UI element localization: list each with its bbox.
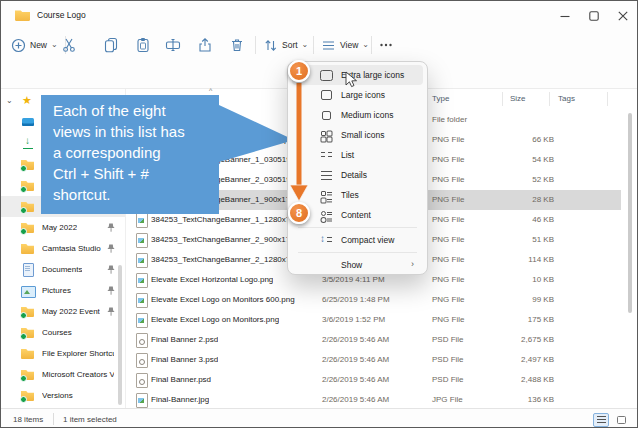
sidebar-item[interactable]: ⌄ Documents	[1, 259, 125, 280]
paste-button[interactable]	[135, 31, 151, 59]
menu-item[interactable]: Large icons ›	[292, 85, 423, 105]
file-type-icon	[135, 393, 148, 407]
file-size: 54 KB	[459, 155, 554, 164]
thumbnail-view-toggle[interactable]	[613, 413, 629, 427]
copy-button[interactable]	[103, 31, 119, 59]
menu-item-icon	[319, 233, 333, 247]
sidebar-item[interactable]: ⌄ File Explorer Shortcu	[1, 343, 125, 364]
file-date-modified: 2/26/2019 5:46 AM	[322, 335, 389, 344]
sidebar-item-icon	[21, 325, 36, 340]
menu-item-label: Large icons	[341, 90, 385, 100]
rename-button[interactable]	[165, 31, 181, 59]
file-size: 66 KB	[459, 135, 554, 144]
sidebar-item-icon	[21, 262, 36, 277]
table-row[interactable]: Final Banner.psd 2/26/2019 5:46 AM PSD F…	[129, 370, 621, 390]
file-explorer-window: Course Logo New ⌄	[0, 0, 638, 428]
item-count: 18 items	[13, 415, 43, 424]
sort-button[interactable]: Sort ⌄	[263, 31, 308, 59]
sidebar-item[interactable]: ⌄ Courses	[1, 322, 125, 343]
file-type-icon	[135, 333, 148, 347]
table-row[interactable]: Elevate Excel Logo on Monitors 600.png 6…	[129, 290, 621, 310]
table-row[interactable]: Final-Banner.jpg 2/26/2019 5:46 AM JPG F…	[129, 390, 621, 410]
paste-icon	[135, 37, 151, 53]
submenu-arrow-icon: ›	[411, 259, 414, 269]
file-size: 136 KB	[459, 395, 554, 404]
menu-item[interactable]: Extra large icons ›	[292, 65, 423, 85]
menu-item-icon	[319, 148, 333, 162]
file-date-modified: 2/26/2019 5:46 AM	[322, 375, 389, 384]
sidebar-item-icon	[21, 367, 36, 382]
sidebar-item-icon	[21, 178, 36, 193]
chevron-down-icon: ⌄	[51, 41, 58, 49]
status-bar: 18 items 1 item selected	[1, 408, 637, 428]
pin-icon	[107, 307, 115, 316]
menu-item-icon	[319, 68, 333, 82]
menu-item-label: Details	[341, 170, 367, 180]
file-type-icon	[135, 233, 148, 247]
file-size: 28 KB	[459, 195, 554, 204]
file-name: Elevate Excel Logo on Monitors 600.png	[151, 295, 295, 304]
sidebar-scrollbar[interactable]	[118, 265, 122, 405]
view-label: View	[340, 40, 358, 50]
menu-item-label: Tiles	[341, 190, 359, 200]
sidebar-item[interactable]: ⌄ Versions	[1, 385, 125, 406]
details-view-toggle[interactable]	[593, 413, 609, 427]
toolbar-divider	[371, 36, 372, 54]
menu-item[interactable]: Medium icons ›	[292, 105, 423, 125]
menu-item[interactable]: Tiles ›	[292, 185, 423, 205]
table-row[interactable]: Final Banner 2.psd 2/26/2019 5:46 AM PSD…	[129, 330, 621, 350]
column-resize-handle[interactable]	[502, 92, 503, 106]
more-options-button[interactable]	[379, 31, 393, 59]
share-button[interactable]	[197, 31, 213, 59]
column-resize-handle[interactable]	[607, 92, 608, 106]
expander-chevron-icon[interactable]: ⌄	[6, 96, 13, 105]
view-menu: Extra large icons › Large icons › Medium…	[287, 61, 428, 275]
close-icon	[618, 11, 628, 21]
file-name: Final Banner 2.psd	[151, 335, 218, 344]
menu-item-label: Extra large icons	[341, 70, 404, 80]
menu-item[interactable]: Content ›	[292, 205, 423, 225]
table-row[interactable]: Final Banner 3.psd 2/26/2019 5:46 AM PSD…	[129, 350, 621, 370]
minimize-button[interactable]	[550, 1, 579, 31]
column-header-tags[interactable]: Tags	[558, 94, 575, 103]
column-header-type[interactable]: Type	[432, 94, 449, 103]
sidebar-item-label: File Explorer Shortcu	[42, 349, 114, 358]
sidebar-item[interactable]: ⌄ Microsoft Creators V	[1, 364, 125, 385]
menu-item-icon	[319, 208, 333, 222]
close-button[interactable]	[608, 1, 637, 31]
maximize-button[interactable]	[579, 1, 608, 31]
new-label: New	[30, 40, 47, 50]
menu-item[interactable]: Show ›	[292, 255, 423, 275]
menu-item[interactable]: List ›	[292, 145, 423, 165]
details-view-icon	[597, 416, 606, 418]
column-header-size[interactable]: Size	[510, 94, 526, 103]
sidebar-item-icon	[21, 304, 36, 319]
sidebar-item[interactable]: ⌄ May 2022 Event	[1, 301, 125, 322]
window-title: Course Logo	[37, 10, 86, 20]
file-date-modified: 6/25/2019 1:48 PM	[322, 295, 390, 304]
menu-item[interactable]: Details ›	[292, 165, 423, 185]
delete-button[interactable]	[229, 31, 245, 59]
pin-icon	[107, 223, 115, 232]
sidebar-item[interactable]: ⌄ Pictures	[1, 280, 125, 301]
file-list-scrollbar[interactable]	[628, 113, 632, 313]
file-size: 114 KB	[459, 255, 554, 264]
new-button[interactable]: New ⌄	[11, 31, 58, 59]
sidebar-item[interactable]: ⌄ May 2022	[1, 217, 125, 238]
pin-icon	[107, 286, 115, 295]
column-resize-handle[interactable]	[549, 92, 550, 106]
menu-item[interactable]: Compact view ›	[292, 230, 423, 250]
callout-text: Each of the eight views in this list has…	[53, 100, 185, 205]
sidebar-item-label: Pictures	[42, 286, 71, 295]
menu-item[interactable]: Small icons ›	[292, 125, 423, 145]
file-size: 2,488 KB	[459, 375, 554, 384]
file-type-icon	[135, 373, 148, 387]
view-button[interactable]: View ⌄	[321, 31, 369, 59]
sidebar-item[interactable]: ⌄ Camtasia Studio	[1, 238, 125, 259]
menu-separator	[298, 227, 417, 228]
file-type-icon	[135, 213, 148, 227]
table-row[interactable]: Elevate Excel Logo on Monitors.png 3/6/2…	[129, 310, 621, 330]
window-folder-icon	[15, 9, 30, 21]
step-badge-8: 8	[288, 202, 310, 224]
cut-button[interactable]	[61, 31, 77, 59]
